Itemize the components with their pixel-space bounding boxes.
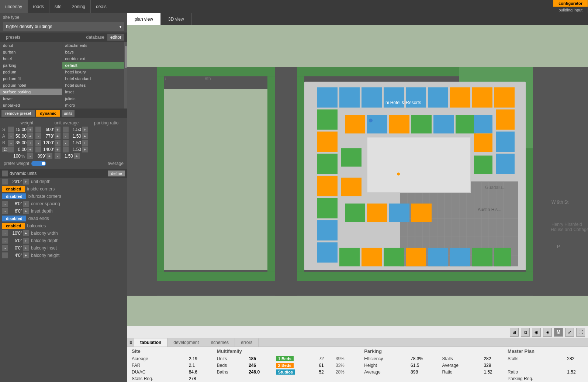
location-icon[interactable]: ◈ <box>543 328 552 337</box>
c-park-plus[interactable]: + <box>82 147 88 152</box>
inset-depth-plus[interactable]: + <box>23 208 29 214</box>
b-avg-minus[interactable]: - <box>35 140 41 146</box>
s-avg-plus[interactable]: + <box>55 127 60 133</box>
nav-configurator[interactable]: configurator <box>553 0 588 7</box>
balcony-width-minus[interactable]: - <box>2 230 8 236</box>
fullscreen-icon[interactable]: ⛶ <box>576 328 585 337</box>
total-park-plus[interactable]: + <box>74 153 80 159</box>
s-park-minus[interactable]: - <box>63 127 69 133</box>
unit-depth-minus[interactable]: - <box>2 179 8 185</box>
unit-depth-plus[interactable]: + <box>23 179 29 185</box>
preset-corridor-ext[interactable]: corridor ext <box>62 55 124 62</box>
preset-inset[interactable]: inset <box>62 89 124 95</box>
preset-unparked[interactable]: unparked <box>0 102 62 109</box>
nav-zoning[interactable]: zoning <box>67 0 91 13</box>
balcony-inset-minus[interactable]: - <box>2 245 8 251</box>
total-park-minus[interactable]: - <box>55 153 60 159</box>
c-avg-plus[interactable]: + <box>55 147 60 152</box>
preset-surface-parking[interactable]: surface parking <box>0 89 62 95</box>
tab-schemes[interactable]: schemes <box>205 338 235 347</box>
prefer-weight-toggle[interactable] <box>31 161 46 166</box>
dynamic-button[interactable]: dynamic <box>36 110 60 117</box>
inside-corners-toggle[interactable]: enabled <box>2 186 25 192</box>
resize-icon[interactable]: ⤢ <box>565 328 574 337</box>
preset-podium-hotel[interactable]: podium hotel <box>0 82 62 89</box>
total-avg-minus[interactable]: - <box>27 153 33 159</box>
a-weight-minus[interactable]: - <box>8 133 14 139</box>
total-avg-plus[interactable]: + <box>46 153 52 159</box>
preset-bays[interactable]: bays <box>62 49 124 55</box>
tab-3d-view[interactable]: 3D view <box>161 13 192 25</box>
grid-icon[interactable]: ⊞ <box>510 328 519 337</box>
b-avg-plus[interactable]: + <box>55 140 60 146</box>
balcony-height-minus[interactable]: - <box>2 252 8 258</box>
tab-errors[interactable]: errors <box>235 338 259 347</box>
preset-micro[interactable]: micro <box>62 102 124 109</box>
m-icon[interactable]: M <box>554 328 563 337</box>
balconies-toggle[interactable]: enabled <box>2 223 25 229</box>
corner-spacing-minus[interactable]: - <box>2 201 8 207</box>
preset-hotel[interactable]: hotel <box>0 55 62 62</box>
tab-development[interactable]: development <box>167 338 205 347</box>
define-button[interactable]: define <box>108 171 125 176</box>
corner-spacing-plus[interactable]: + <box>23 201 29 207</box>
a-park-plus[interactable]: + <box>82 133 88 139</box>
preset-juliets[interactable]: juliets <box>62 95 124 102</box>
c-weight-plus[interactable]: + <box>27 147 33 152</box>
layers-icon[interactable]: ⧉ <box>521 328 530 337</box>
remove-preset-button[interactable]: remove preset <box>1 110 35 117</box>
nav-deals[interactable]: deals <box>91 0 112 13</box>
s-avg-minus[interactable]: - <box>35 127 41 133</box>
preset-tower[interactable]: tower <box>0 95 62 102</box>
c-weight-minus[interactable]: - <box>8 147 14 152</box>
b-weight-plus[interactable]: + <box>27 140 33 146</box>
c-avg-minus[interactable]: - <box>35 147 41 152</box>
preset-hotel-standard[interactable]: hotel standard <box>62 75 124 82</box>
a-weight-plus[interactable]: + <box>27 133 33 139</box>
s-park-plus[interactable]: + <box>82 127 88 133</box>
a-park-minus[interactable]: - <box>63 133 69 139</box>
map-viewport[interactable]: ni Hotel & Resorts Guadalu... W 9th St A… <box>127 25 588 338</box>
balcony-depth-plus[interactable]: + <box>23 238 29 244</box>
scrollbar[interactable] <box>124 42 127 109</box>
tab-plan-view[interactable]: plan view <box>127 13 161 25</box>
tab-editor[interactable]: editor <box>107 34 124 41</box>
balcony-width-plus[interactable]: + <box>23 230 29 236</box>
collapse-dynamic-button[interactable]: - <box>2 171 8 176</box>
svg-text:ni Hotel & Resorts: ni Hotel & Resorts <box>385 100 421 105</box>
a-avg-minus[interactable]: - <box>35 133 41 139</box>
preset-podium[interactable]: podium <box>0 69 62 75</box>
nav-site[interactable]: site <box>49 0 67 13</box>
preset-default[interactable]: default <box>62 62 124 69</box>
nav-roads[interactable]: roads <box>28 0 49 13</box>
nav-building-input[interactable]: building input <box>553 7 588 13</box>
c-park-minus[interactable]: - <box>63 147 69 152</box>
preset-hotel-suites[interactable]: hotel suites <box>62 82 124 89</box>
tab-database[interactable]: database <box>83 34 107 41</box>
inset-depth-minus[interactable]: - <box>2 208 8 214</box>
site-type-dropdown[interactable]: higher density buildings ▾ <box>0 21 127 32</box>
far-value: 2.1 <box>186 362 214 369</box>
tab-tabulation[interactable]: tabulation <box>134 338 167 347</box>
b-park-plus[interactable]: + <box>82 140 88 146</box>
balcony-inset-plus[interactable]: + <box>23 245 29 251</box>
preset-podium-fill[interactable]: podium fill <box>0 75 62 82</box>
b-park-minus[interactable]: - <box>63 140 69 146</box>
balcony-height-plus[interactable]: + <box>23 252 29 258</box>
s-weight-plus[interactable]: + <box>27 127 33 133</box>
units-dropdown-button[interactable]: units <box>62 110 75 117</box>
preset-hotel-luxury[interactable]: hotel luxury <box>62 69 124 75</box>
a-avg-plus[interactable]: + <box>55 133 60 139</box>
preset-donut[interactable]: donut <box>0 42 62 49</box>
dead-ends-toggle[interactable]: disabled <box>2 216 26 221</box>
nav-underlay[interactable]: underlay <box>0 0 28 13</box>
preset-parking[interactable]: parking <box>0 62 62 69</box>
bottom-tab-icon[interactable]: ≡ <box>127 338 134 347</box>
s-weight-minus[interactable]: - <box>8 127 14 133</box>
preset-gurban[interactable]: gurban <box>0 49 62 55</box>
bifurcate-corners-toggle[interactable]: disabled <box>2 193 26 199</box>
preset-attachments[interactable]: attachments <box>62 42 124 49</box>
globe-icon[interactable]: ◉ <box>532 328 541 337</box>
balcony-depth-minus[interactable]: - <box>2 238 8 244</box>
b-weight-minus[interactable]: - <box>8 140 14 146</box>
